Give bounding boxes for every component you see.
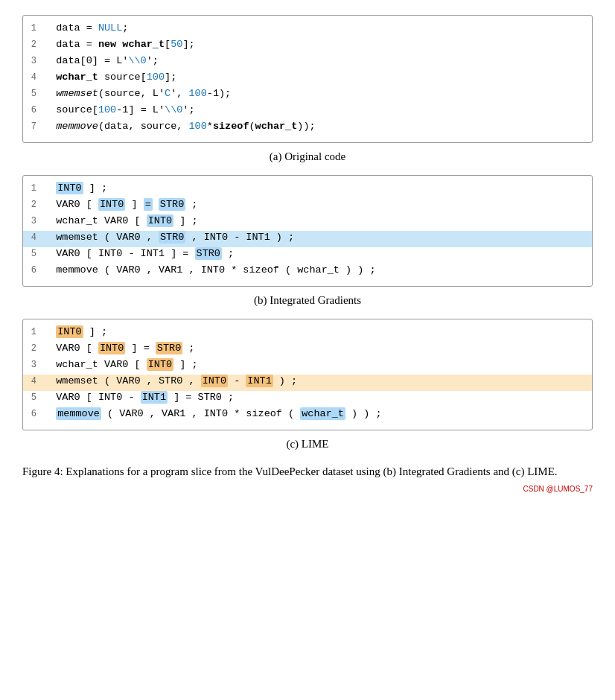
- code-line: 7 memmove(data, source, 100*sizeof(wchar…: [23, 120, 592, 136]
- line-content: memmove ( VAR0 , VAR1 , INT0 * sizeof ( …: [44, 264, 592, 276]
- line-number: 2: [23, 343, 44, 354]
- code-line: 5 VAR0 [ INT0 - INT1 ] = STR0 ;: [23, 247, 592, 264]
- csdn-watermark: CSDN @LUMOS_77: [22, 485, 593, 493]
- code-line: 1 INT0 ] ;: [23, 182, 592, 198]
- line-number: 4: [23, 232, 44, 243]
- line-content: data = new wchar_t[50];: [44, 39, 592, 50]
- line-content: source[100-1] = L'\\0';: [44, 104, 592, 115]
- line-number: 1: [23, 23, 44, 34]
- line-number: 5: [23, 249, 44, 259]
- code-line: 6 memmove ( VAR0 , VAR1 , INT0 * sizeof …: [23, 407, 592, 424]
- line-content: VAR0 [ INT0 - INT1 ] = STR0 ;: [44, 392, 592, 403]
- line-number: 3: [23, 56, 44, 66]
- line-content: data = NULL;: [44, 22, 592, 34]
- line-content: INT0 ] ;: [44, 182, 592, 194]
- line-content: data[0] = L'\\0';: [44, 55, 592, 66]
- code-line: 3 wchar_t VAR0 [ INT0 ] ;: [23, 214, 592, 231]
- figure-text: Explanations for a program slice from th…: [66, 465, 557, 477]
- line-number: 3: [23, 360, 44, 370]
- line-number: 2: [23, 39, 44, 50]
- line-content: wchar_t source[100];: [44, 71, 592, 83]
- line-number: 6: [23, 409, 44, 419]
- caption-b: (b) Integrated Gradients: [22, 294, 593, 307]
- code-line: 1 INT0 ] ;: [23, 325, 592, 342]
- line-content: wchar_t VAR0 [ INT0 ] ;: [44, 359, 592, 370]
- line-content: wchar_t VAR0 [ INT0 ] ;: [44, 215, 592, 226]
- line-number: 4: [23, 72, 44, 83]
- line-number: 3: [23, 216, 44, 226]
- line-number: 6: [23, 265, 44, 276]
- line-number: 5: [23, 89, 44, 99]
- line-number: 6: [23, 105, 44, 115]
- line-content: memmove ( VAR0 , VAR1 , INT0 * sizeof ( …: [44, 408, 592, 419]
- line-content: wmemset(source, L'C', 100-1);: [44, 88, 592, 99]
- line-content: INT0 ] ;: [44, 326, 592, 337]
- figure-label: Figure 4:: [22, 465, 63, 477]
- code-line: 3 data[0] = L'\\0';: [23, 54, 592, 71]
- code-line: 4 wmemset ( VAR0 , STR0 , INT0 - INT1 ) …: [23, 231, 592, 247]
- code-line: 4 wmemset ( VAR0 , STR0 , INT0 - INT1 ) …: [23, 375, 592, 391]
- line-content: wmemset ( VAR0 , STR0 , INT0 - INT1 ) ;: [44, 232, 592, 243]
- code-line: 6 source[100-1] = L'\\0';: [23, 104, 592, 120]
- code-line: 1 data = NULL;: [23, 22, 592, 38]
- line-content: VAR0 [ INT0 ] = STR0 ;: [44, 199, 592, 210]
- code-line: 3 wchar_t VAR0 [ INT0 ] ;: [23, 358, 592, 375]
- figure-caption: Figure 4: Explanations for a program sli…: [22, 462, 593, 480]
- code-line: 5 wmemset(source, L'C', 100-1);: [23, 87, 592, 104]
- code-line: 4 wchar_t source[100];: [23, 71, 592, 87]
- line-number: 7: [23, 121, 44, 132]
- line-number: 2: [23, 200, 44, 210]
- line-content: VAR0 [ INT0 ] = STR0 ;: [44, 343, 592, 354]
- integrated-gradients-panel: 1 INT0 ] ; 2 VAR0 [ INT0 ] = STR0 ; 3 wc…: [22, 175, 593, 287]
- line-content: VAR0 [ INT0 - INT1 ] = STR0 ;: [44, 248, 592, 259]
- caption-c: (c) LIME: [22, 438, 593, 451]
- code-line: 2 VAR0 [ INT0 ] = STR0 ;: [23, 342, 592, 358]
- line-number: 5: [23, 392, 44, 403]
- caption-a: (a) Original code: [22, 150, 593, 163]
- line-number: 1: [23, 327, 44, 337]
- lime-panel: 1 INT0 ] ; 2 VAR0 [ INT0 ] = STR0 ; 3 wc…: [22, 319, 593, 430]
- line-content: memmove(data, source, 100*sizeof(wchar_t…: [44, 121, 592, 132]
- code-line: 6 memmove ( VAR0 , VAR1 , INT0 * sizeof …: [23, 264, 592, 280]
- code-line: 2 data = new wchar_t[50];: [23, 38, 592, 54]
- line-number: 4: [23, 376, 44, 386]
- line-content: wmemset ( VAR0 , STR0 , INT0 - INT1 ) ;: [44, 375, 592, 386]
- code-line: 2 VAR0 [ INT0 ] = STR0 ;: [23, 198, 592, 214]
- code-line: 5 VAR0 [ INT0 - INT1 ] = STR0 ;: [23, 391, 592, 407]
- line-number: 1: [23, 183, 44, 194]
- original-code-panel: 1 data = NULL; 2 data = new wchar_t[50];…: [22, 15, 593, 143]
